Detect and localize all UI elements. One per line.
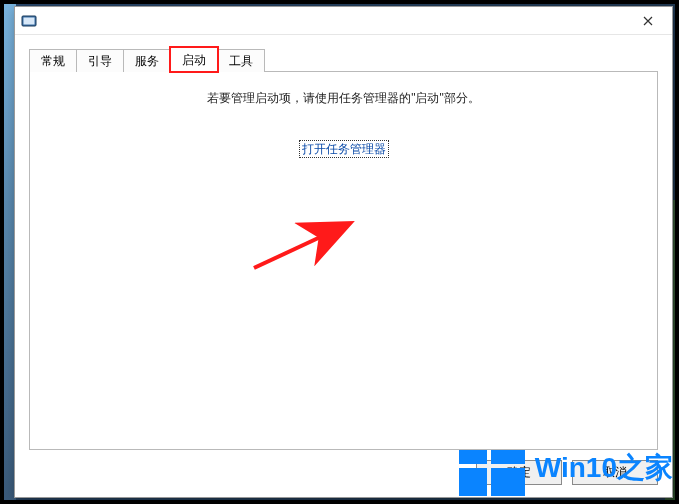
tab-container: 常规引导服务启动工具 若要管理启动项，请使用任务管理器的"启动"部分。 打开任务… [29,49,658,450]
tab-panel-startup: 若要管理启动项，请使用任务管理器的"启动"部分。 打开任务管理器 [29,71,658,450]
ok-button[interactable]: 确定 [476,460,562,485]
titlebar [15,7,672,35]
dialog-footer: 确定 取消 [29,450,658,485]
annotation-arrow-icon [248,218,358,274]
close-button[interactable] [626,8,670,34]
tab-tools[interactable]: 工具 [217,49,265,72]
tab-services[interactable]: 服务 [123,49,171,72]
tab-boot[interactable]: 引导 [76,49,124,72]
app-icon [21,13,37,29]
msconfig-window: 常规引导服务启动工具 若要管理启动项，请使用任务管理器的"启动"部分。 打开任务… [14,6,673,498]
tab-strip: 常规引导服务启动工具 [29,49,658,72]
client-area: 常规引导服务启动工具 若要管理启动项，请使用任务管理器的"启动"部分。 打开任务… [15,35,672,497]
svg-line-2 [254,226,344,268]
startup-message: 若要管理启动项，请使用任务管理器的"启动"部分。 [30,90,657,107]
tab-startup[interactable]: 启动 [170,47,218,72]
cancel-button[interactable]: 取消 [572,460,658,485]
open-task-manager-link[interactable]: 打开任务管理器 [300,141,388,157]
svg-rect-1 [24,17,35,24]
tab-general[interactable]: 常规 [29,49,77,72]
